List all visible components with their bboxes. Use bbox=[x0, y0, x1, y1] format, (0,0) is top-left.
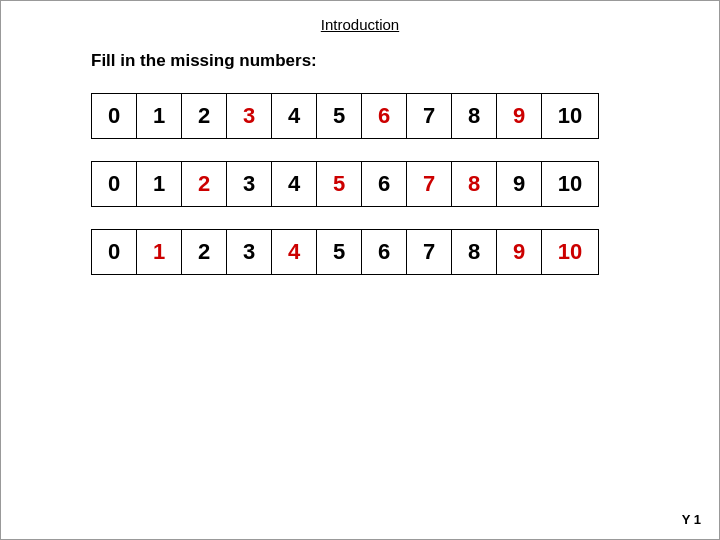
cell-8: 8 bbox=[451, 161, 497, 207]
row3: 012345678910 bbox=[91, 229, 689, 275]
cell-6: 6 bbox=[361, 93, 407, 139]
cell-4: 4 bbox=[271, 93, 317, 139]
cell-3: 3 bbox=[226, 161, 272, 207]
cell-0: 0 bbox=[91, 161, 137, 207]
cell-10: 10 bbox=[541, 161, 599, 207]
cell-1: 1 bbox=[136, 161, 182, 207]
cell-10: 10 bbox=[541, 229, 599, 275]
cell-2: 2 bbox=[181, 229, 227, 275]
cell-0: 0 bbox=[91, 229, 137, 275]
cell-5: 5 bbox=[316, 229, 362, 275]
page: Introduction Fill in the missing numbers… bbox=[0, 0, 720, 540]
cell-3: 3 bbox=[226, 93, 272, 139]
cell-7: 7 bbox=[406, 229, 452, 275]
row2: 012345678910 bbox=[91, 161, 689, 207]
cell-5: 5 bbox=[316, 161, 362, 207]
cell-5: 5 bbox=[316, 93, 362, 139]
label-y1: Y 1 bbox=[682, 512, 701, 527]
cell-6: 6 bbox=[361, 229, 407, 275]
cell-2: 2 bbox=[181, 161, 227, 207]
cell-8: 8 bbox=[451, 93, 497, 139]
row1: 012345678910 bbox=[91, 93, 689, 139]
cell-9: 9 bbox=[496, 161, 542, 207]
page-title: Introduction bbox=[31, 16, 689, 33]
cell-9: 9 bbox=[496, 229, 542, 275]
cell-1: 1 bbox=[136, 93, 182, 139]
cell-4: 4 bbox=[271, 229, 317, 275]
cell-7: 7 bbox=[406, 93, 452, 139]
instruction-text: Fill in the missing numbers: bbox=[91, 51, 689, 71]
cell-1: 1 bbox=[136, 229, 182, 275]
cell-9: 9 bbox=[496, 93, 542, 139]
cell-10: 10 bbox=[541, 93, 599, 139]
cell-6: 6 bbox=[361, 161, 407, 207]
cell-3: 3 bbox=[226, 229, 272, 275]
cell-0: 0 bbox=[91, 93, 137, 139]
cell-8: 8 bbox=[451, 229, 497, 275]
cell-4: 4 bbox=[271, 161, 317, 207]
cell-2: 2 bbox=[181, 93, 227, 139]
cell-7: 7 bbox=[406, 161, 452, 207]
